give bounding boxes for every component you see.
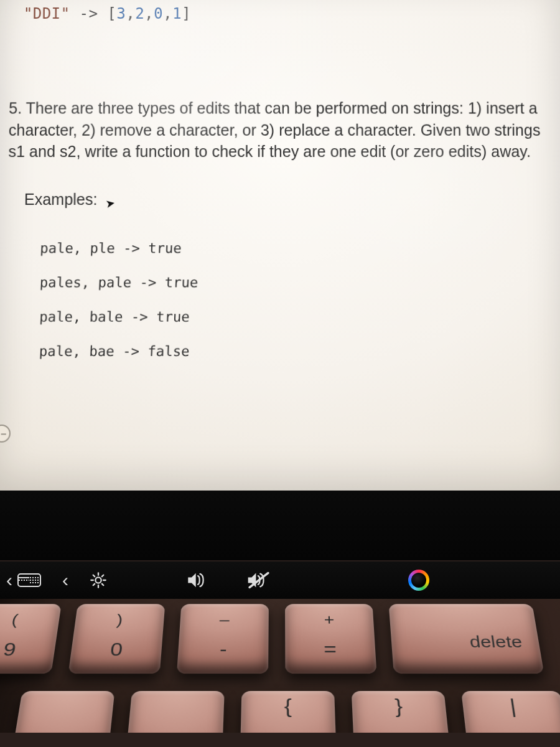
key-delete[interactable]: delete	[389, 604, 544, 674]
key-p[interactable]: P	[123, 691, 225, 733]
svg-line-7	[93, 584, 95, 585]
back-chevron-icon[interactable]: ‹	[62, 570, 68, 591]
example-line: pales, pale -> true	[39, 265, 555, 299]
example-line: pale, ple -> true	[39, 231, 554, 265]
problem-statement: 5. There are three types of edits that c…	[7, 22, 553, 162]
key-backslash[interactable]: |	[461, 691, 560, 733]
key-row-qwerty: O P { } |	[0, 691, 560, 733]
examples-heading: Examples: ➤	[7, 162, 554, 209]
key-9[interactable]: ( 9	[0, 604, 62, 674]
touch-bar[interactable]: ‹ ‹	[0, 561, 560, 599]
brightness-icon[interactable]	[90, 571, 107, 589]
svg-line-8	[102, 575, 103, 576]
laptop-screen: "DDI" -> [3,2,0,1] 5. There are three ty…	[0, 0, 560, 500]
key-bracket-open[interactable]: {	[239, 691, 337, 733]
svg-point-0	[95, 577, 101, 583]
example-line: pale, bale -> true	[39, 299, 555, 334]
laptop-bezel	[0, 491, 560, 560]
key-o[interactable]: O	[6, 691, 115, 733]
mouse-cursor-icon: ➤	[105, 195, 116, 211]
svg-line-6	[102, 584, 103, 585]
mute-icon[interactable]	[246, 571, 271, 590]
key-bracket-close[interactable]: }	[352, 691, 454, 733]
keyboard-collapse-icon[interactable]: ‹	[6, 570, 41, 591]
key-equals[interactable]: + =	[285, 604, 376, 674]
code-snippet-top: "DDI" -> [3,2,0,1]	[9, 0, 552, 22]
svg-line-5	[93, 575, 95, 576]
history-clock-icon[interactable]	[0, 425, 11, 443]
examples-code-block: pale, ple -> true pales, pale -> true pa…	[39, 231, 556, 369]
keyboard-deck: ( 9 ) 0 – - + = delete O P { }	[0, 599, 560, 733]
key-minus[interactable]: – -	[177, 604, 269, 674]
example-line: pale, bae -> false	[39, 334, 556, 369]
siri-icon	[408, 570, 429, 591]
key-row-numbers: ( 9 ) 0 – - + = delete	[0, 604, 544, 674]
volume-icon[interactable]	[187, 571, 208, 589]
key-0[interactable]: ) 0	[68, 604, 166, 674]
siri-button[interactable]	[408, 570, 429, 591]
